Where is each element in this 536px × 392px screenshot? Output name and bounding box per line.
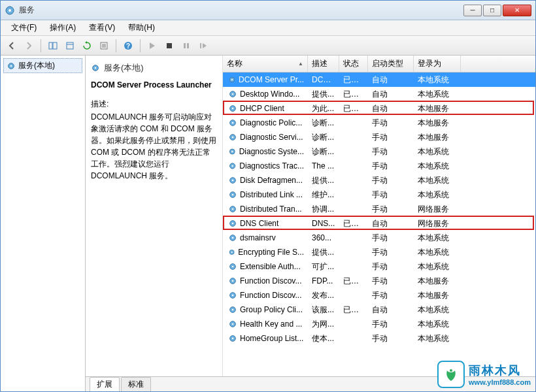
gear-icon: [228, 305, 237, 314]
gear-icon: [228, 190, 237, 199]
gear-icon: [228, 147, 237, 156]
cell-startup: 手动: [368, 333, 414, 344]
cell-logon: 本地系统: [414, 261, 461, 272]
svg-point-41: [232, 223, 234, 225]
gear-icon: [228, 75, 236, 84]
cell-name: Extensible Auth...: [224, 262, 308, 271]
service-row[interactable]: DNS ClientDNS...已启动自动网络服务: [223, 216, 535, 231]
cell-status: 已启动: [339, 89, 368, 100]
tab-extended[interactable]: 扩展: [90, 377, 120, 391]
service-row[interactable]: dsmainsrv360...手动本地系统: [223, 231, 535, 245]
gear-icon: [228, 233, 237, 242]
svg-text:?: ?: [126, 42, 130, 50]
cell-name: DHCP Client: [224, 104, 308, 113]
refresh-button[interactable]: [80, 39, 94, 53]
back-button[interactable]: [5, 39, 19, 53]
service-row[interactable]: Diagnostics Trac...The ...手动本地系统: [223, 159, 535, 173]
export-button[interactable]: [63, 39, 77, 53]
svg-point-35: [232, 180, 234, 182]
cell-name: Desktop Windo...: [224, 90, 308, 99]
cell-name: Disk Defragmen...: [224, 176, 308, 185]
service-row[interactable]: Health Key and ...为网...手动本地系统: [223, 317, 535, 331]
minimize-button[interactable]: ─: [463, 5, 482, 16]
cell-startup: 自动: [368, 89, 414, 100]
show-hide-tree-button[interactable]: [46, 39, 60, 53]
svg-point-37: [232, 194, 234, 196]
cell-name: Function Discov...: [224, 276, 308, 286]
col-header-desc[interactable]: 描述: [308, 56, 339, 72]
service-row[interactable]: Function Discov...发布...手动本地服务: [223, 288, 535, 302]
svg-point-39: [232, 208, 234, 210]
menu-file[interactable]: 文件(F): [5, 22, 43, 33]
window-buttons: ─ □ ✕: [463, 5, 531, 16]
cell-startup: 手动: [368, 290, 414, 301]
service-row[interactable]: DCOM Server Pr...DCO...已启动自动本地系统: [223, 73, 535, 87]
cell-logon: 本地系统: [414, 146, 461, 157]
service-row[interactable]: Distributed Link ...维护...手动本地系统: [223, 188, 535, 202]
service-row[interactable]: DHCP Client为此...已启动自动本地服务: [223, 101, 535, 116]
cell-name: Function Discov...: [224, 291, 308, 300]
restart-service-button[interactable]: [196, 39, 210, 53]
col-header-startup[interactable]: 启动类型: [368, 56, 414, 72]
col-header-logon[interactable]: 登录为: [414, 56, 461, 72]
cell-startup: 手动: [368, 146, 414, 157]
forward-button[interactable]: [22, 39, 36, 53]
menu-view[interactable]: 查看(V): [82, 22, 122, 33]
cell-startup: 手动: [368, 118, 414, 129]
svg-point-55: [232, 323, 234, 325]
svg-rect-12: [167, 43, 172, 48]
menu-action[interactable]: 操作(A): [43, 22, 82, 33]
cell-name: Distributed Tran...: [224, 204, 308, 214]
help-button[interactable]: ?: [121, 39, 135, 53]
cell-logon: 本地系统: [414, 233, 461, 244]
right-top: 服务(本地) DCOM Server Process Launcher 描述: …: [86, 56, 535, 377]
gear-icon: [91, 63, 100, 73]
tab-standard[interactable]: 标准: [121, 377, 151, 391]
services-window: 服务 ─ □ ✕ 文件(F) 操作(A) 查看(V) 帮助(H) ? 服务: [0, 0, 536, 392]
gear-icon: [228, 262, 237, 271]
watermark-name: 雨林木风: [469, 363, 531, 378]
services-list[interactable]: 名称▲ 描述 状态 启动类型 登录为 DCOM Server Pr...DCO.…: [223, 56, 535, 376]
properties-button[interactable]: [97, 39, 111, 53]
svg-point-53: [232, 309, 234, 311]
service-row[interactable]: Function Discov...FDP...已启动手动本地服务: [223, 274, 535, 288]
service-row[interactable]: Diagnostic Polic...诊断...手动本地服务: [223, 116, 535, 130]
cell-logon: 本地系统: [414, 333, 461, 344]
gear-icon: [228, 90, 237, 99]
service-row[interactable]: Group Policy Cli...该服...已启动自动本地系统: [223, 302, 535, 317]
svg-point-25: [232, 108, 234, 110]
start-service-button[interactable]: [145, 39, 159, 53]
service-row[interactable]: Diagnostic Servi...诊断...手动本地服务: [223, 130, 535, 144]
service-row[interactable]: HomeGroup List...使本...手动本地系统: [223, 331, 535, 346]
cell-status: 已启动: [339, 103, 368, 114]
close-button[interactable]: ✕: [503, 5, 531, 16]
menu-help[interactable]: 帮助(H): [122, 22, 161, 33]
svg-point-27: [232, 122, 234, 124]
tree-root-services-local[interactable]: 服务(本地): [3, 58, 82, 73]
cell-desc: 协调...: [308, 204, 339, 215]
gear-icon: [228, 219, 237, 228]
svg-point-58: [450, 369, 452, 372]
maximize-button[interactable]: □: [483, 5, 501, 16]
service-row[interactable]: Encrypting File S...提供...手动本地系统: [223, 245, 535, 259]
service-row[interactable]: Diagnostic Syste...诊断...手动本地系统: [223, 144, 535, 159]
cell-desc: 可扩...: [308, 261, 339, 272]
cell-desc: 发布...: [308, 290, 339, 301]
col-header-status[interactable]: 状态: [339, 56, 368, 72]
svg-rect-14: [187, 43, 189, 48]
col-header-name[interactable]: 名称▲: [223, 56, 308, 72]
service-row[interactable]: Distributed Tran...协调...手动网络服务: [223, 202, 535, 216]
svg-point-1: [8, 9, 11, 12]
service-row[interactable]: Extensible Auth...可扩...手动本地系统: [223, 259, 535, 274]
svg-point-21: [231, 79, 233, 80]
svg-rect-13: [184, 43, 186, 48]
svg-point-51: [232, 295, 234, 297]
watermark-logo: [437, 361, 465, 388]
detail-pane: 服务(本地) DCOM Server Process Launcher 描述: …: [86, 56, 223, 376]
service-row[interactable]: Disk Defragmen...提供...手动本地系统: [223, 173, 535, 188]
pause-service-button[interactable]: [179, 39, 193, 53]
service-row[interactable]: Desktop Windo...提供...已启动自动本地系统: [223, 87, 535, 101]
cell-name: dsmainsrv: [224, 233, 308, 242]
stop-service-button[interactable]: [162, 39, 176, 53]
watermark-text: 雨林木风 www.ylmf888.com: [469, 363, 531, 386]
